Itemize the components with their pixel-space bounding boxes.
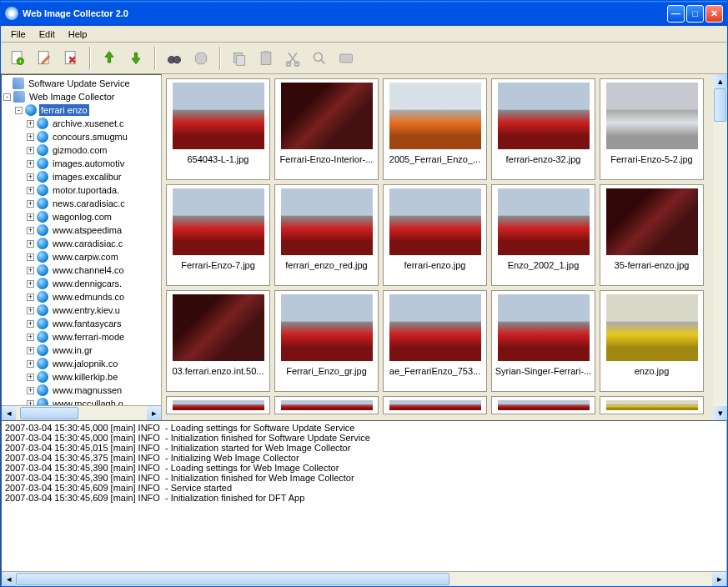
tree-item[interactable]: Software Update Service xyxy=(3,77,159,90)
close-button[interactable]: ✕ xyxy=(705,5,723,23)
thumbnail-card[interactable]: Ferrari_Enzo_gr.jpg xyxy=(274,290,379,392)
download-icon[interactable] xyxy=(124,47,148,70)
maximize-button[interactable]: □ xyxy=(686,5,704,23)
globe-icon xyxy=(37,278,48,289)
expand-icon[interactable]: + xyxy=(27,240,34,248)
expand-icon[interactable]: + xyxy=(27,374,34,381)
thumb-v-scrollbar[interactable]: ▴ ▾ xyxy=(713,74,727,420)
tree-item[interactable]: +gizmodo.com xyxy=(3,143,159,157)
scroll-right-icon[interactable]: ▸ xyxy=(147,406,161,420)
cut-icon[interactable] xyxy=(281,47,304,70)
upload-icon[interactable] xyxy=(98,47,121,70)
expand-icon[interactable]: + xyxy=(27,387,34,394)
title-bar[interactable]: Web Image Collector 2.0 — □ ✕ xyxy=(1,1,727,26)
tree-item[interactable]: +www.in.gr xyxy=(3,344,159,357)
expand-icon[interactable]: + xyxy=(27,360,34,368)
tree-item[interactable]: +news.caradisiac.c xyxy=(3,197,159,210)
tree-item[interactable]: +wagonlog.com xyxy=(3,210,159,223)
tree-item[interactable]: +concours.smugmu xyxy=(3,130,159,143)
thumbnail-card[interactable]: ae_FerrariEnzo_753... xyxy=(383,290,487,392)
thumbnail-card[interactable]: 35-ferrari-enzo.jpg xyxy=(600,184,704,286)
scroll-left-icon[interactable]: ◂ xyxy=(2,572,16,586)
log-h-scrollbar[interactable]: ◂ ▸ xyxy=(2,571,726,585)
menu-edit[interactable]: Edit xyxy=(33,28,62,41)
expand-icon[interactable]: + xyxy=(27,160,34,168)
tree-item[interactable]: +www.carpw.com xyxy=(3,250,159,263)
thumbnail-card[interactable]: 2005_Ferrari_Enzo_... xyxy=(383,78,487,180)
expand-icon[interactable]: + xyxy=(27,213,34,221)
expand-icon[interactable]: + xyxy=(27,147,34,154)
expand-icon[interactable]: + xyxy=(27,334,34,341)
tree-item[interactable]: +www.jalopnik.co xyxy=(3,357,159,370)
thumbnail-card[interactable]: 654043-L-1.jpg xyxy=(166,78,270,180)
collapse-icon[interactable]: - xyxy=(3,93,11,101)
tree-item[interactable]: +www.dennigcars. xyxy=(3,277,159,290)
expand-icon[interactable]: + xyxy=(27,347,34,354)
expand-icon[interactable]: + xyxy=(27,227,34,234)
tree-item[interactable]: -ferrari enzo xyxy=(3,103,159,117)
scroll-up-icon[interactable]: ▴ xyxy=(713,74,727,88)
thumbnail-card[interactable] xyxy=(166,396,270,414)
expand-icon[interactable]: + xyxy=(27,320,34,328)
expand-icon[interactable]: + xyxy=(27,133,34,141)
tree-item[interactable]: +images.automotiv xyxy=(3,157,159,170)
tree-item[interactable]: +www.mccullagh.o xyxy=(3,397,159,405)
expand-icon[interactable]: + xyxy=(27,200,34,208)
tree-item[interactable]: -Web Image Collector xyxy=(3,90,159,103)
collapse-icon[interactable]: - xyxy=(15,107,23,114)
log-content[interactable]: 2007-03-04 15:30:45,000 [main] INFO - Lo… xyxy=(2,421,726,571)
thumbnail-card[interactable]: Syrian-Singer-Ferrari-... xyxy=(491,290,595,392)
new-doc-icon[interactable]: + xyxy=(6,47,29,70)
thumbnail-card[interactable]: Ferrari-Enzo-Interior-... xyxy=(274,78,379,180)
scroll-left-icon[interactable]: ◂ xyxy=(2,406,16,420)
tree-item[interactable]: +www.atspeedima xyxy=(3,223,159,237)
thumbnail-card[interactable]: ferrari_enzo_red.jpg xyxy=(274,184,379,286)
tree-item[interactable]: +www.magnussen xyxy=(3,384,159,397)
binoculars-icon[interactable] xyxy=(163,47,186,70)
expand-icon[interactable]: + xyxy=(27,307,34,314)
thumbnail-card[interactable] xyxy=(491,396,595,414)
tree-h-scrollbar[interactable]: ◂ ▸ xyxy=(2,405,161,419)
tree-item[interactable]: +www.entry.kiev.u xyxy=(3,304,159,317)
edit-doc-icon[interactable] xyxy=(33,47,56,70)
expand-icon[interactable]: + xyxy=(27,187,34,194)
zoom-icon[interactable] xyxy=(308,47,331,70)
expand-icon[interactable]: + xyxy=(27,120,34,128)
expand-icon[interactable]: + xyxy=(27,280,34,288)
expand-icon[interactable]: + xyxy=(27,253,34,261)
tree-item[interactable]: +www.caradisiac.c xyxy=(3,237,159,250)
thumbnail-card[interactable]: Enzo_2002_1.jpg xyxy=(491,184,595,286)
thumbnail-card[interactable]: 03.ferrari.enzo.int.50... xyxy=(166,290,270,392)
globe-icon xyxy=(37,184,48,196)
tree-item[interactable]: +www.ferrari-mode xyxy=(3,330,159,344)
thumbnail-card[interactable] xyxy=(600,396,704,414)
tree-item[interactable]: +motor.tuportada. xyxy=(3,183,159,197)
scroll-right-icon[interactable]: ▸ xyxy=(712,572,726,586)
paste-icon[interactable] xyxy=(254,47,278,70)
copy-icon[interactable] xyxy=(228,47,251,70)
thumbnail-card[interactable] xyxy=(383,396,487,414)
thumbnail-card[interactable] xyxy=(274,396,379,414)
card-icon[interactable] xyxy=(334,47,358,70)
tree-item[interactable]: +www.killerkip.be xyxy=(3,370,159,384)
thumbnail-card[interactable]: enzo.jpg xyxy=(600,290,704,392)
menu-file[interactable]: File xyxy=(4,28,33,41)
thumbnail-card[interactable]: Ferrari-Enzo-7.jpg xyxy=(166,184,270,286)
stop-icon[interactable] xyxy=(189,47,213,70)
menu-help[interactable]: Help xyxy=(62,28,94,41)
thumbnail-card[interactable]: ferrari-enzo.jpg xyxy=(383,184,487,286)
tree-item[interactable]: +archive.xusenet.c xyxy=(3,117,159,130)
minimize-button[interactable]: — xyxy=(667,5,685,23)
tree-item[interactable]: +www.channel4.co xyxy=(3,263,159,277)
expand-icon[interactable]: + xyxy=(27,173,34,181)
tree-item[interactable]: +images.excalibur xyxy=(3,170,159,183)
thumbnail-card[interactable]: ferrari-enzo-32.jpg xyxy=(491,78,595,180)
delete-doc-icon[interactable] xyxy=(59,47,83,70)
scroll-down-icon[interactable]: ▾ xyxy=(713,406,727,420)
thumbnail-card[interactable]: Ferrari-Enzo-5-2.jpg xyxy=(600,78,704,180)
globe-icon xyxy=(37,291,48,303)
expand-icon[interactable]: + xyxy=(27,267,34,274)
tree-item[interactable]: +www.edmunds.co xyxy=(3,290,159,304)
tree-item[interactable]: +www.fantasycars xyxy=(3,317,159,330)
expand-icon[interactable]: + xyxy=(27,294,34,301)
